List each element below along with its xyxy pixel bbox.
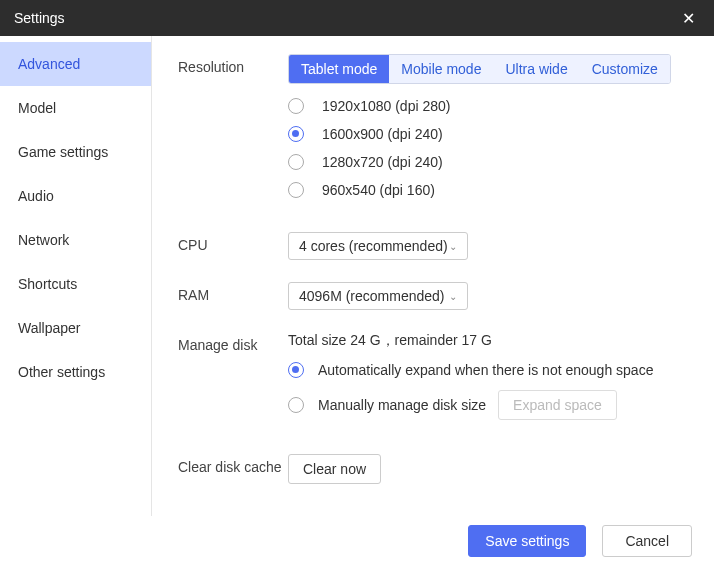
radio-icon	[288, 182, 304, 198]
radio-icon	[288, 362, 304, 378]
tab-mobile-mode[interactable]: Mobile mode	[389, 55, 493, 83]
resolution-option[interactable]: 1280x720 (dpi 240)	[288, 154, 688, 170]
resolution-option-label: 1920x1080 (dpi 280)	[322, 98, 450, 114]
resolution-option[interactable]: 960x540 (dpi 160)	[288, 182, 688, 198]
sidebar-item-network[interactable]: Network	[0, 218, 151, 262]
disk-status-text: Total size 24 G，remainder 17 G	[288, 332, 688, 350]
cpu-select[interactable]: 4 cores (recommended) ⌄	[288, 232, 468, 260]
chevron-down-icon: ⌄	[449, 291, 457, 302]
ram-select[interactable]: 4096M (recommended) ⌄	[288, 282, 468, 310]
sidebar-item-shortcuts[interactable]: Shortcuts	[0, 262, 151, 306]
tab-ultra-wide[interactable]: Ultra wide	[493, 55, 579, 83]
clear-now-button[interactable]: Clear now	[288, 454, 381, 484]
sidebar-item-model[interactable]: Model	[0, 86, 151, 130]
resolution-option-label: 1600x900 (dpi 240)	[322, 126, 443, 142]
disk-manual-label: Manually manage disk size	[318, 397, 486, 413]
manage-disk-label: Manage disk	[178, 332, 288, 432]
footer: Save settings Cancel	[0, 516, 714, 566]
radio-icon	[288, 98, 304, 114]
sidebar: AdvancedModelGame settingsAudioNetworkSh…	[0, 36, 152, 516]
resolution-tabs: Tablet modeMobile modeUltra wideCustomiz…	[288, 54, 671, 84]
resolution-option[interactable]: 1920x1080 (dpi 280)	[288, 98, 688, 114]
resolution-option[interactable]: 1600x900 (dpi 240)	[288, 126, 688, 142]
disk-manual-option[interactable]: Manually manage disk size Expand space	[288, 390, 688, 420]
sidebar-item-other-settings[interactable]: Other settings	[0, 350, 151, 394]
resolution-option-label: 960x540 (dpi 160)	[322, 182, 435, 198]
expand-space-button: Expand space	[498, 390, 617, 420]
resolution-option-label: 1280x720 (dpi 240)	[322, 154, 443, 170]
sidebar-item-game-settings[interactable]: Game settings	[0, 130, 151, 174]
tab-tablet-mode[interactable]: Tablet mode	[289, 55, 389, 83]
clear-cache-label: Clear disk cache	[178, 454, 288, 484]
sidebar-item-advanced[interactable]: Advanced	[0, 42, 151, 86]
disk-auto-expand-option[interactable]: Automatically expand when there is not e…	[288, 362, 688, 378]
radio-icon	[288, 126, 304, 142]
disk-auto-expand-label: Automatically expand when there is not e…	[318, 362, 653, 378]
window-title: Settings	[14, 10, 676, 26]
ram-select-value: 4096M (recommended)	[299, 288, 445, 304]
settings-content: Resolution Tablet modeMobile modeUltra w…	[152, 36, 714, 516]
cancel-button[interactable]: Cancel	[602, 525, 692, 557]
save-settings-button[interactable]: Save settings	[468, 525, 586, 557]
sidebar-item-wallpaper[interactable]: Wallpaper	[0, 306, 151, 350]
resolution-label: Resolution	[178, 54, 288, 210]
radio-icon	[288, 154, 304, 170]
close-icon[interactable]: ✕	[676, 6, 700, 30]
resolution-options: 1920x1080 (dpi 280)1600x900 (dpi 240)128…	[288, 98, 688, 198]
ram-label: RAM	[178, 282, 288, 310]
tab-customize[interactable]: Customize	[580, 55, 670, 83]
chevron-down-icon: ⌄	[449, 241, 457, 252]
radio-icon	[288, 397, 304, 413]
cpu-label: CPU	[178, 232, 288, 260]
cpu-select-value: 4 cores (recommended)	[299, 238, 448, 254]
sidebar-item-audio[interactable]: Audio	[0, 174, 151, 218]
